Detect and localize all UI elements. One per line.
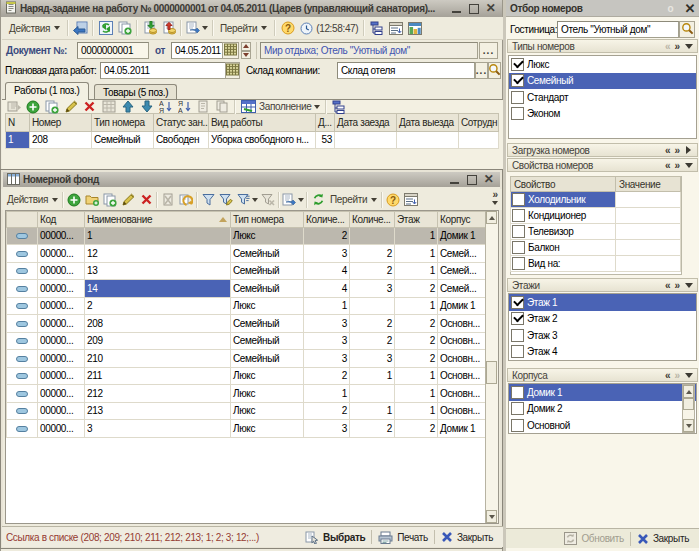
move-right-icon[interactable]: » bbox=[674, 145, 679, 156]
cell[interactable]: 210 bbox=[85, 350, 231, 368]
cell[interactable] bbox=[7, 385, 38, 403]
scroll-up-button[interactable] bbox=[683, 385, 694, 398]
cell[interactable]: Семейный bbox=[92, 131, 154, 149]
column-header[interactable]: N bbox=[6, 114, 30, 132]
warehouse-select-button[interactable]: ... bbox=[475, 62, 488, 79]
property-cell[interactable]: Телевизор bbox=[511, 224, 616, 240]
column-header[interactable]: Этаж bbox=[395, 212, 438, 228]
list-item[interactable]: Этаж 1 bbox=[509, 294, 696, 311]
value-cell[interactable] bbox=[616, 192, 681, 208]
checkbox[interactable] bbox=[511, 402, 524, 415]
cell[interactable]: 1 bbox=[395, 262, 438, 280]
edit-button[interactable] bbox=[119, 190, 137, 209]
doc-date-calendar-button[interactable] bbox=[222, 42, 239, 59]
help-button[interactable]: ? bbox=[384, 190, 402, 209]
filter-panel-header[interactable]: Отбор номеров o ✕ bbox=[506, 0, 699, 17]
checkbox[interactable] bbox=[511, 386, 524, 399]
cell[interactable]: 00000... bbox=[38, 350, 85, 368]
cell[interactable]: 209 bbox=[85, 332, 231, 350]
rooms-table-row[interactable]: 00000...211Люкс211Основн... bbox=[7, 367, 486, 385]
refresh-button[interactable]: Обновить bbox=[558, 532, 629, 545]
cell[interactable]: Семейный bbox=[231, 245, 304, 263]
listbox-buildings[interactable]: Домик 1Домик 2Основной bbox=[508, 383, 697, 434]
section-header-buildings[interactable]: Корпуса«» bbox=[507, 368, 698, 382]
value-cell[interactable] bbox=[616, 256, 681, 272]
warehouse-field[interactable]: Склад отеля bbox=[337, 62, 475, 79]
cell[interactable]: 2 bbox=[395, 350, 438, 368]
collapse-icon[interactable] bbox=[685, 44, 693, 49]
property-row[interactable]: Холодильник bbox=[511, 192, 681, 208]
scroll-down-button[interactable] bbox=[683, 419, 694, 432]
cell[interactable]: 3 bbox=[304, 315, 350, 333]
move-left-icon[interactable]: « bbox=[665, 160, 670, 171]
delete-button[interactable] bbox=[137, 190, 155, 209]
cell[interactable]: 2 bbox=[395, 315, 438, 333]
checkbox[interactable] bbox=[511, 419, 524, 432]
report-button[interactable] bbox=[405, 19, 424, 38]
rooms-table-row[interactable]: 00000...3Люкс322Домик 1 bbox=[7, 420, 486, 438]
cell[interactable]: 00000... bbox=[38, 315, 85, 333]
checkbox[interactable] bbox=[511, 296, 524, 309]
column-header[interactable]: Д... bbox=[316, 114, 335, 132]
cell[interactable]: Семейный bbox=[231, 350, 304, 368]
list-item[interactable]: Люкс bbox=[509, 56, 696, 73]
rooms-table[interactable]: КодНаименованиеТип номераКоличе...Количе… bbox=[6, 211, 486, 438]
refresh-button[interactable] bbox=[309, 190, 327, 209]
property-row[interactable]: Балкон bbox=[511, 240, 681, 256]
cell[interactable]: 00000... bbox=[38, 297, 85, 315]
tab-goods[interactable]: Товары (5 поз.) bbox=[94, 84, 177, 100]
cell[interactable]: Основн... bbox=[438, 367, 486, 385]
checkbox[interactable] bbox=[511, 58, 524, 71]
cell[interactable] bbox=[397, 131, 459, 149]
expand-icon[interactable] bbox=[686, 146, 691, 154]
cell[interactable]: 00000... bbox=[38, 385, 85, 403]
cell[interactable]: 00000... bbox=[38, 262, 85, 280]
cell[interactable] bbox=[7, 402, 38, 420]
cell[interactable]: 1 bbox=[350, 402, 395, 420]
checkbox[interactable] bbox=[512, 225, 525, 238]
cell[interactable]: 2 bbox=[350, 332, 395, 350]
cell[interactable]: Семей... bbox=[438, 245, 486, 263]
panel-close-button[interactable]: ✕ bbox=[684, 2, 695, 15]
cell[interactable]: 2 bbox=[395, 332, 438, 350]
cell[interactable] bbox=[350, 385, 395, 403]
cell[interactable] bbox=[7, 350, 38, 368]
column-header[interactable]: Тип номера bbox=[231, 212, 304, 228]
move-right-icon[interactable]: » bbox=[674, 160, 679, 171]
spin-up-button[interactable] bbox=[241, 42, 251, 51]
rooms-table-row[interactable]: 00000...14Семейный432Семей... bbox=[7, 280, 486, 298]
cell[interactable]: Уборка свободного н... bbox=[209, 131, 316, 149]
cell[interactable]: 1 bbox=[395, 227, 438, 245]
warehouse-open-button[interactable] bbox=[488, 62, 501, 79]
section-header-room-types[interactable]: Типы номеров«» bbox=[507, 39, 698, 53]
checkbox[interactable] bbox=[512, 241, 525, 254]
column-header[interactable]: Номер bbox=[30, 114, 92, 132]
list-item[interactable]: Домик 1 bbox=[509, 384, 696, 401]
cell[interactable]: Люкс bbox=[231, 297, 304, 315]
cell[interactable]: 3 bbox=[85, 420, 231, 438]
maximize-button[interactable] bbox=[468, 3, 479, 14]
toolbar-overflow-button[interactable]: » bbox=[492, 191, 498, 205]
cell[interactable] bbox=[7, 367, 38, 385]
cell[interactable]: Семейный bbox=[231, 332, 304, 350]
buildings-scrollbar[interactable] bbox=[682, 384, 695, 433]
cell[interactable]: 2 bbox=[395, 280, 438, 298]
close-button[interactable]: Закрыть bbox=[435, 531, 499, 543]
rooms-table-row[interactable]: 00000...2Люкс11Домик 1 bbox=[7, 297, 486, 315]
cell[interactable] bbox=[7, 315, 38, 333]
minimize-button[interactable] bbox=[451, 3, 462, 14]
cell[interactable]: 1 bbox=[85, 227, 231, 245]
cell[interactable] bbox=[7, 420, 38, 438]
actions-menu[interactable]: Действия bbox=[5, 21, 65, 36]
organization-select-button[interactable]: ... bbox=[479, 42, 498, 59]
section-header-room-load[interactable]: Загрузка номеров«» bbox=[507, 143, 698, 157]
column-header[interactable]: Количе... bbox=[350, 212, 395, 228]
cell[interactable]: 3 bbox=[350, 350, 395, 368]
help-button[interactable]: ? bbox=[278, 19, 297, 38]
filter-button[interactable] bbox=[199, 190, 217, 209]
cell[interactable]: Основн... bbox=[438, 332, 486, 350]
list-item[interactable]: Домик 2 bbox=[509, 401, 696, 418]
column-header[interactable]: Значение bbox=[616, 177, 681, 192]
cell[interactable]: 1 bbox=[304, 297, 350, 315]
column-header[interactable]: Дата выезда bbox=[397, 114, 459, 132]
